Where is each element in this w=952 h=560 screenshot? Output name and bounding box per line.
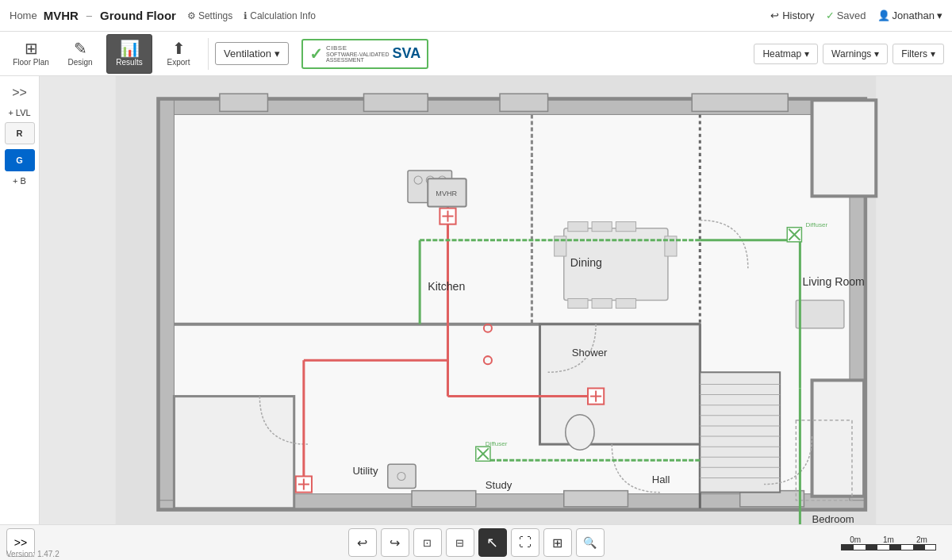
sidebar-add-level-button[interactable]: + LVL: [8, 108, 30, 117]
svg-rect-6: [220, 94, 268, 111]
red-terminal-kitchen: [440, 208, 455, 224]
svg-text:Utility: Utility: [352, 465, 378, 477]
search-button[interactable]: 🔍: [576, 528, 605, 557]
scale-0m: 0m: [850, 535, 861, 544]
floor-plan-label: Floor Plan: [13, 58, 49, 67]
cibse-text-block: CIBSE SOFTWARE-VALIDATED ASSESSMENT: [326, 44, 390, 63]
cursor-icon: ↖: [486, 534, 498, 551]
heatmap-chevron-icon: ▾: [804, 48, 809, 59]
grid-icon: ⊞: [552, 535, 562, 550]
svg-rect-11: [412, 491, 476, 507]
user-name-label: Jonathan: [892, 10, 935, 21]
nav-right-section: ↩ History ✓ Saved 👤 Jonathan ▾: [770, 10, 942, 21]
filters-dropdown-button[interactable]: Filters ▾: [892, 44, 944, 64]
sidebar-expand-button[interactable]: >>: [9, 82, 30, 103]
floor-plan-canvas[interactable]: Diffuser Diffuser Kitchen Dining Livi: [40, 76, 952, 524]
svg-text:Bedroom: Bedroom: [812, 513, 854, 524]
svg-text:MVHR: MVHR: [436, 190, 457, 198]
svg-text:Kitchen: Kitchen: [428, 280, 465, 293]
export-label: Export: [167, 58, 190, 67]
nav-settings-link[interactable]: ⚙ Settings: [187, 10, 232, 21]
heatmap-dropdown-button[interactable]: Heatmap ▾: [754, 44, 818, 64]
copy-button[interactable]: ⊡: [413, 528, 442, 557]
expand-icon: >>: [14, 536, 27, 549]
redo-icon: ↪: [390, 535, 400, 550]
undo-button[interactable]: ↩: [348, 528, 377, 557]
export-tool-button[interactable]: ⬆ Export: [155, 34, 202, 74]
saved-label: Saved: [837, 10, 866, 21]
svg-rect-50: [388, 464, 416, 488]
red-terminal-shower: [588, 388, 604, 404]
fullscreen-button[interactable]: ⛶: [511, 528, 539, 557]
main-toolbar: ⊞ Floor Plan ✎ Design 📊 Results ⬆ Export…: [0, 32, 952, 76]
toolbar-divider: [208, 38, 209, 70]
sidebar-level-r[interactable]: R: [5, 122, 35, 144]
nav-separator: –: [86, 10, 92, 21]
cibse-line2: SOFTWARE-VALIDATED: [326, 52, 390, 57]
cursor-button[interactable]: ↖: [478, 528, 507, 557]
svg-rect-4: [159, 100, 174, 500]
warnings-label: Warnings: [831, 48, 871, 59]
grid-button[interactable]: ⊞: [543, 528, 572, 557]
svg-rect-47: [796, 301, 844, 328]
results-tool-button[interactable]: 📊 Results: [106, 34, 152, 74]
paste-icon: ⊟: [455, 537, 464, 549]
ventilation-dropdown-button[interactable]: Ventilation ▾: [215, 42, 289, 65]
floor-plan-svg: Diffuser Diffuser Kitchen Dining Livi: [40, 76, 952, 524]
sidebar-level-g[interactable]: G: [5, 149, 35, 171]
ventilation-chevron-icon: ▾: [274, 48, 280, 59]
settings-label: Settings: [198, 10, 232, 21]
sidebar-add-basement-button[interactable]: + B: [13, 176, 26, 186]
nav-calcinfo-link[interactable]: ℹ Calculation Info: [244, 10, 316, 21]
design-tool-button[interactable]: ✎ Design: [57, 34, 103, 74]
heatmap-label: Heatmap: [762, 48, 801, 59]
paste-button[interactable]: ⊟: [446, 528, 474, 557]
calcinfo-icon: ℹ: [244, 10, 248, 21]
history-label: History: [782, 10, 814, 21]
svg-rect-8: [500, 94, 548, 111]
filters-label: Filters: [901, 48, 927, 59]
svg-text:Diffuser: Diffuser: [805, 221, 827, 228]
svg-rect-43: [592, 298, 612, 308]
svg-text:Hall: Hall: [652, 474, 670, 485]
diffuser-study: [476, 447, 490, 461]
warnings-chevron-icon: ▾: [874, 48, 879, 59]
svg-rect-9: [692, 94, 788, 111]
scale-labels: 0m 1m 2m: [850, 535, 927, 544]
svg-text:Dining: Dining: [570, 256, 602, 269]
left-sidebar: >> + LVL R G + B: [0, 76, 40, 524]
nav-saved-indicator: ✓ Saved: [826, 10, 866, 21]
svg-text:Living Room: Living Room: [802, 275, 864, 288]
ventilation-label: Ventilation: [224, 48, 271, 59]
design-label: Design: [67, 58, 92, 67]
svg-rect-16: [812, 380, 865, 496]
nav-home-link[interactable]: Home: [10, 10, 37, 21]
cibse-check-icon: ✓: [309, 44, 323, 63]
scale-1m: 1m: [883, 535, 894, 544]
cibse-line1: CIBSE: [326, 44, 390, 52]
version-text: Version: 1.47.2: [6, 550, 60, 558]
design-icon: ✎: [74, 40, 87, 56]
user-icon: 👤: [877, 10, 890, 21]
redo-button[interactable]: ↪: [381, 528, 409, 557]
history-icon: ↩: [770, 10, 779, 21]
nav-floor-name: Ground Floor: [100, 9, 176, 22]
undo-icon: ↩: [357, 535, 367, 550]
saved-checkmark-icon: ✓: [826, 10, 835, 21]
cibse-logo: ✓ CIBSE SOFTWARE-VALIDATED ASSESSMENT SV…: [301, 39, 428, 69]
fullscreen-icon: ⛶: [519, 535, 532, 550]
svg-rect-33: [174, 397, 294, 508]
cibse-line3: ASSESSMENT: [326, 57, 390, 63]
nav-app-name: MVHR: [44, 9, 79, 22]
scale-ruler-bar: [841, 544, 936, 550]
floor-plan-tool-button[interactable]: ⊞ Floor Plan: [8, 34, 54, 74]
top-navigation: Home MVHR – Ground Floor ⚙ Settings ℹ Ca…: [0, 0, 952, 32]
svg-rect-22: [700, 372, 780, 492]
scale-2m: 2m: [916, 535, 927, 544]
nav-history-button[interactable]: ↩ History: [770, 10, 814, 21]
nav-user-menu[interactable]: 👤 Jonathan ▾: [877, 10, 943, 21]
svg-text:Diffuser: Diffuser: [486, 440, 508, 447]
results-label: Results: [116, 58, 142, 67]
svg-text:Study: Study: [486, 479, 512, 491]
warnings-dropdown-button[interactable]: Warnings ▾: [823, 44, 888, 64]
